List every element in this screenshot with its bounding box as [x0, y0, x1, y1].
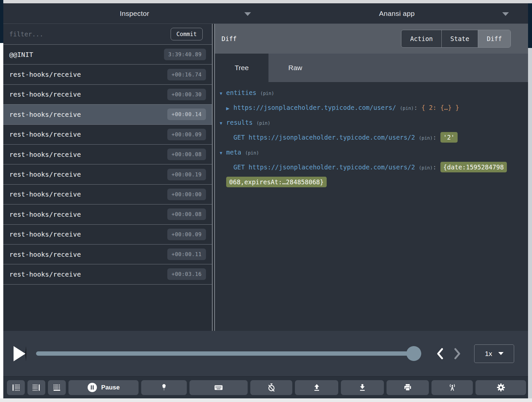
step-forward-button[interactable] [453, 347, 462, 361]
action-row[interactable]: rest-hooks/receive +00:00.14 [3, 105, 212, 124]
action-row[interactable]: @@INIT 3:39:40.89 [3, 45, 212, 65]
action-row[interactable]: rest-hooks/receive +00:00:00 [3, 185, 212, 204]
action-row[interactable]: rest-hooks/receive +00:03.16 [3, 264, 212, 284]
seek-slider-knob[interactable] [406, 346, 421, 361]
seek-slider-track[interactable] [36, 351, 421, 356]
action-time-badge: +00:00.08 [167, 149, 206, 160]
seek-slider[interactable] [36, 351, 421, 356]
action-name: rest-hooks/receive [9, 90, 167, 98]
printer-icon [403, 383, 412, 392]
dock-bottom-icon [53, 383, 61, 392]
underlying-page-top [0, 0, 532, 3]
action-name: rest-hooks/receive [9, 190, 167, 198]
speed-select[interactable]: 1x [474, 344, 514, 363]
pin-link[interactable]: (pin) [257, 120, 270, 126]
action-name: @@INIT [9, 51, 164, 59]
dock-bottom-button[interactable] [48, 380, 66, 395]
tree-row: ▶https://jsonplaceholder.typicode.com/us… [219, 101, 508, 115]
monitor-select[interactable]: Inspector [3, 3, 266, 23]
action-time-badge: +00:00.09 [167, 129, 206, 140]
pin-link[interactable]: (pin) [419, 165, 433, 170]
underlying-page-bottom [0, 398, 532, 402]
tree-colon: : [433, 134, 436, 141]
action-row[interactable]: rest-hooks/receive +00:00.08 [3, 145, 212, 164]
printer-button[interactable] [387, 380, 429, 395]
chevron-right-icon [453, 347, 462, 361]
tree-key[interactable]: entities [226, 89, 257, 96]
upload-button[interactable] [295, 380, 338, 395]
view-tab-action[interactable]: Action [401, 30, 441, 47]
action-row[interactable]: rest-hooks/receive +00:00.11 [3, 245, 212, 264]
download-button[interactable] [341, 380, 384, 395]
action-name: rest-hooks/receive [9, 130, 167, 138]
download-icon [358, 383, 367, 392]
action-time-badge: +00:16.74 [167, 69, 206, 80]
view-tab-group: ActionStateDiff [401, 30, 511, 48]
action-list-panel: Commit @@INIT 3:39:40.89 rest-hooks/rece… [3, 24, 212, 331]
tree-key[interactable]: results [226, 119, 253, 126]
step-back-button[interactable] [435, 347, 444, 361]
tree-key[interactable]: https://jsonplaceholder.typicode.com/use… [233, 104, 396, 111]
action-time-badge: +00:00.19 [167, 169, 206, 180]
pin-button[interactable] [141, 380, 187, 395]
tree-row: ▼entities (pin) [219, 86, 508, 101]
tree-value: { 2: {…} } [421, 104, 459, 111]
tree-key[interactable]: meta [226, 149, 241, 156]
pin-link[interactable]: (pin) [419, 135, 433, 141]
content-tab-bar: TreeRaw [215, 54, 528, 82]
tree-key[interactable]: GET https://jsonplaceholder.typicode.com… [233, 163, 415, 171]
action-time-badge: +00:00.14 [167, 109, 206, 120]
instance-select[interactable]: Anansi app [266, 3, 528, 23]
action-name: rest-hooks/receive [9, 111, 167, 118]
expand-arrow-icon[interactable]: ▼ [219, 146, 226, 160]
action-name: rest-hooks/receive [9, 210, 167, 218]
tree-key[interactable]: GET https://jsonplaceholder.typicode.com… [233, 134, 415, 141]
expand-arrow-icon[interactable]: ▼ [219, 116, 226, 130]
action-time-badge: +00:00:00 [167, 189, 206, 200]
filter-input[interactable] [9, 30, 171, 38]
pin-link[interactable]: (pin) [260, 91, 274, 96]
tab-raw[interactable]: Raw [268, 54, 322, 82]
keyboard-button[interactable] [189, 380, 248, 395]
action-row[interactable]: rest-hooks/receive +00:16.74 [3, 65, 212, 84]
broadcast-tower-button[interactable] [431, 380, 473, 395]
pin-link[interactable]: (pin) [400, 106, 414, 111]
view-tab-state[interactable]: State [441, 30, 478, 47]
action-row[interactable]: rest-hooks/receive +00:00.19 [3, 164, 212, 184]
action-row[interactable]: rest-hooks/receive +00:00.08 [3, 204, 212, 224]
pin-icon [160, 383, 168, 392]
action-time-badge: +00:00.08 [167, 208, 206, 220]
dock-left-button[interactable] [7, 380, 25, 395]
action-name: rest-hooks/receive [9, 230, 167, 238]
tree-row: ▼meta (pin) [219, 145, 508, 160]
tab-tree[interactable]: Tree [215, 54, 268, 82]
action-row[interactable]: rest-hooks/receive +00:00.09 [3, 125, 212, 145]
dock-right-icon [32, 383, 41, 392]
action-name: rest-hooks/receive [9, 70, 167, 78]
inspector-title: Diff [222, 35, 237, 42]
filter-row: Commit [3, 24, 212, 45]
panel-resize-handle[interactable] [212, 24, 215, 331]
gear-button[interactable] [475, 380, 526, 395]
play-button[interactable] [14, 346, 26, 361]
timer-off-button[interactable] [250, 380, 292, 395]
expand-arrow-icon[interactable]: ▶ [226, 101, 233, 115]
action-row[interactable]: rest-hooks/receive +00:00.30 [3, 85, 212, 105]
dock-right-button[interactable] [27, 380, 45, 395]
tree-row: ▼results (pin) [219, 115, 508, 130]
tree-row: GET https://jsonplaceholder.typicode.com… [219, 160, 508, 189]
pause-circle-button[interactable]: Pause [68, 380, 139, 395]
gear-icon [496, 383, 506, 392]
bottom-toolbar: Pause [3, 376, 528, 398]
action-row[interactable]: rest-hooks/receive +00:00.09 [3, 225, 212, 245]
broadcast-tower-icon [447, 383, 457, 392]
commit-button[interactable]: Commit [171, 28, 203, 40]
page-scrollbar[interactable] [528, 48, 532, 402]
pin-link[interactable]: (pin) [245, 150, 259, 156]
dock-left-icon [12, 383, 20, 392]
expand-arrow-icon[interactable]: ▼ [219, 86, 226, 101]
tree-row: GET https://jsonplaceholder.typicode.com… [219, 130, 508, 145]
devtools-header: Inspector Anansi app [3, 3, 528, 24]
chevron-down-icon [502, 12, 509, 16]
view-tab-diff[interactable]: Diff [478, 30, 511, 47]
